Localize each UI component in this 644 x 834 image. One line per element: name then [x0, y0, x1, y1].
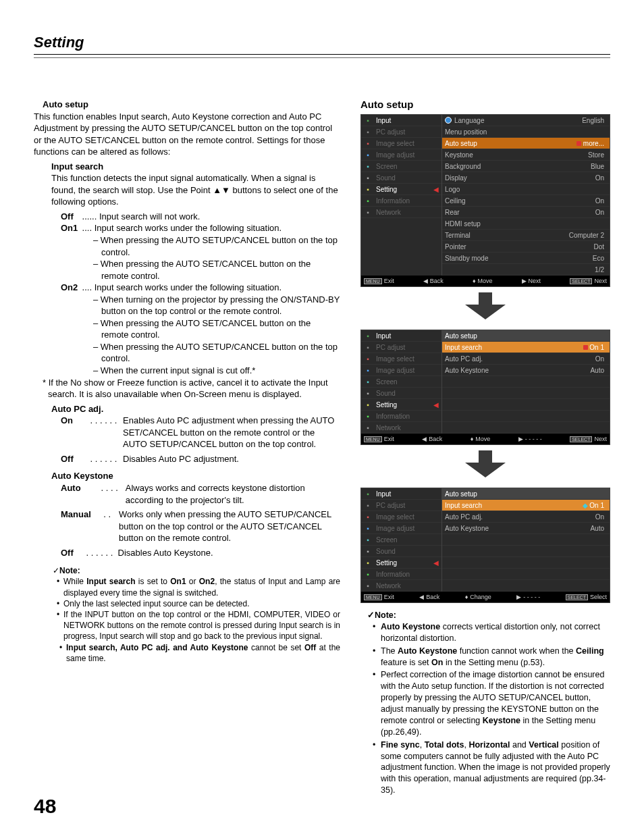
osd-row[interactable]: Input search◆ On 1 — [442, 500, 610, 511]
note-text: Fine sync, Total dots, Horizontal and Ve… — [381, 739, 610, 796]
osd-row[interactable]: Auto KeystoneAuto — [442, 523, 610, 534]
footer-dash: - - - - - — [525, 436, 542, 442]
osd-menu-input[interactable]: ▪Input — [361, 330, 441, 342]
osd-menu-pc_adjust[interactable]: ▪PC adjust — [361, 500, 441, 511]
footer-move: Move — [477, 278, 492, 284]
osd-menu-image_select[interactable]: ▪Image select — [361, 353, 441, 365]
osd-menu-pc_adjust[interactable]: ▪PC adjust — [361, 126, 441, 138]
osd-menu-setting[interactable]: ▪Setting◀ — [361, 184, 441, 195]
osd-row[interactable]: BackgroundBlue — [442, 161, 610, 172]
footer-select: Select — [590, 594, 607, 600]
autok-auto: Auto . . . . Always works and corrects k… — [61, 482, 340, 506]
t: Input search, Auto PC adj. and Auto Keys… — [66, 643, 248, 652]
menu-icon: MENU — [364, 594, 382, 600]
section-title: Setting — [34, 34, 610, 55]
right-note-2: • The Auto Keystone function cannot work… — [373, 646, 610, 669]
osd-menu-screen[interactable]: ▪Screen — [361, 534, 441, 546]
osd-menu-list: ▪Input▪PC adjust▪Image select▪Image adju… — [361, 488, 442, 592]
t: feature is set — [381, 658, 431, 667]
osd-row[interactable]: Auto PC adj.On — [442, 511, 610, 523]
on2-bullet-2: – When pressing the AUTO SET/CANCEL butt… — [101, 317, 340, 341]
osd-menu-screen[interactable]: ▪Screen — [361, 161, 441, 172]
osd-row[interactable]: Standby modeEco — [442, 253, 610, 264]
osd-row[interactable]: CeilingOn — [442, 195, 610, 207]
osd-menu-sound[interactable]: ▪Sound — [361, 546, 441, 557]
t: Auto Keystone — [398, 646, 457, 656]
footer-move: Move — [475, 436, 490, 442]
footer-back: Back — [426, 594, 439, 600]
on1-bullet-1: – When pressing the AUTO SETUP/CANCEL bu… — [101, 234, 340, 258]
osd-menu-list: ▪Input▪PC adjust▪Image select▪Image adju… — [361, 115, 442, 276]
osd-panel-1: ▪Input▪PC adjust▪Image select▪Image adju… — [360, 114, 610, 287]
t: Keystone — [483, 716, 520, 725]
t: The — [381, 646, 398, 656]
osd-menu-input[interactable]: ▪Input — [361, 488, 441, 500]
change-icon: ♦ — [465, 594, 468, 600]
check-icon: ✓ — [53, 566, 59, 575]
osd-row[interactable]: Auto KeystoneAuto — [442, 365, 610, 376]
osd-menu-image_select[interactable]: ▪Image select — [361, 138, 441, 149]
osd-menu-image_adjust[interactable]: ▪Image adjust — [361, 523, 441, 534]
note-2: • Only the last selected input source ca… — [57, 598, 340, 609]
t: Fine sync — [381, 740, 420, 750]
on1-bullet-2: – When pressing the AUTO SET/CANCEL butt… — [101, 258, 340, 282]
osd-menu-setting[interactable]: ▪Setting◀ — [361, 557, 441, 569]
osd-menu-information[interactable]: ▪Information — [361, 411, 441, 422]
right-note-4: • Fine sync, Total dots, Horizontal and … — [373, 739, 610, 796]
osd-row[interactable]: HDMI setup — [442, 218, 610, 230]
osd-row[interactable]: KeystoneStore — [442, 149, 610, 161]
left-column: Auto setup This function enables Input s… — [34, 99, 340, 798]
osd-row[interactable]: PointerDot — [442, 241, 610, 253]
opt-desc: Enables Auto PC adjustment when pressing… — [123, 415, 340, 450]
right-title: Auto setup — [360, 99, 610, 110]
osd-empty-row — [442, 376, 610, 388]
osd-row[interactable]: Logo — [442, 184, 610, 195]
osd-row[interactable]: RearOn — [442, 207, 610, 218]
osd-settings-list: Auto setupInput search On 1Auto PC adj.O… — [442, 330, 610, 434]
osd-empty-row — [442, 422, 610, 434]
footer-dash: - - - - - — [523, 594, 540, 600]
osd-menu-network[interactable]: ▪Network — [361, 207, 441, 218]
osd-menu-setting[interactable]: ▪Setting◀ — [361, 399, 441, 411]
osd-menu-sound[interactable]: ▪Sound — [361, 172, 441, 184]
note-heading: ✓Note: — [53, 565, 340, 576]
footer-exit: Exit — [384, 594, 394, 600]
osd-menu-information[interactable]: ▪Information — [361, 195, 441, 207]
osd-menu-image_select[interactable]: ▪Image select — [361, 511, 441, 523]
opt-dots: . . . . — [99, 482, 126, 506]
osd-menu-network[interactable]: ▪Network — [361, 580, 441, 592]
footer-change: Change — [470, 594, 491, 600]
osd-empty-row — [442, 388, 610, 399]
osd-row[interactable]: DisplayOn — [442, 172, 610, 184]
t: Horizontal — [468, 740, 510, 750]
autopc-off: Off . . . . . . Disables Auto PC adjustm… — [61, 453, 340, 465]
osd-menu-screen[interactable]: ▪Screen — [361, 376, 441, 388]
osd-row[interactable]: LanguageEnglish — [442, 115, 610, 126]
star-note: * If the No show or Freeze function is a… — [43, 377, 340, 400]
osd-settings-list: LanguageEnglishMenu positionAuto setup m… — [442, 115, 610, 276]
opt-label: Manual — [61, 509, 99, 544]
osd-row[interactable]: Input search On 1 — [442, 342, 610, 353]
osd-page-indicator: 1/2 — [442, 264, 610, 276]
osd-row[interactable]: Menu position — [442, 126, 610, 138]
option-off: Off ...... Input search will not work. — [61, 211, 340, 223]
osd-menu-information[interactable]: ▪Information — [361, 569, 441, 580]
osd-panel-2: ▪Input▪PC adjust▪Image select▪Image adju… — [360, 330, 610, 445]
osd-menu-sound[interactable]: ▪Sound — [361, 388, 441, 399]
osd-menu-image_adjust[interactable]: ▪Image adjust — [361, 365, 441, 376]
bullet-icon: • — [57, 598, 63, 609]
note-text: The Auto Keystone function cannot work w… — [381, 646, 610, 669]
select-icon: SELECT — [566, 594, 588, 600]
osd-row[interactable]: Auto setup more... — [442, 138, 610, 149]
right-note-block: ✓Note: • Auto Keystone corrects vertical… — [360, 610, 610, 796]
osd-menu-network[interactable]: ▪Network — [361, 422, 441, 434]
osd-menu-pc_adjust[interactable]: ▪PC adjust — [361, 342, 441, 353]
osd-row[interactable]: TerminalComputer 2 — [442, 230, 610, 241]
osd-menu-image_adjust[interactable]: ▪Image adjust — [361, 149, 441, 161]
osd-row[interactable]: Auto PC adj.On — [442, 353, 610, 365]
t: in the Setting menu (p.53). — [443, 658, 545, 667]
osd-menu-input[interactable]: ▪Input — [361, 115, 441, 126]
opt-label: Off — [61, 547, 84, 559]
osd-panel-3: ▪Input▪PC adjust▪Image select▪Image adju… — [360, 488, 610, 603]
t: Total dots — [425, 740, 464, 750]
